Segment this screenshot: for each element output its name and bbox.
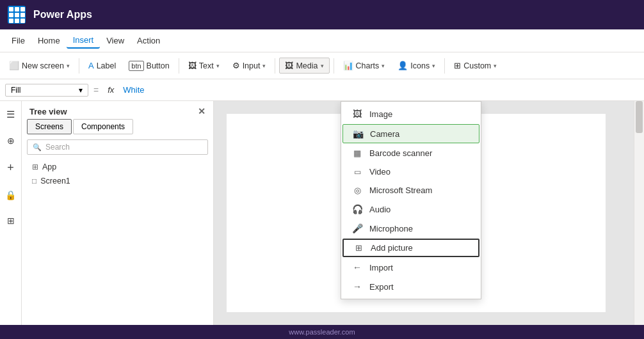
label-icon: A xyxy=(88,61,94,70)
formula-value[interactable]: White xyxy=(123,85,144,95)
charts-button[interactable]: 📊 Charts ▾ xyxy=(338,58,390,73)
waffle-icon[interactable] xyxy=(8,6,26,24)
menu-action[interactable]: Action xyxy=(131,33,166,48)
input-button[interactable]: ⚙ Input ▾ xyxy=(227,58,271,73)
toolbar-sep-3 xyxy=(275,58,275,74)
text-chevron: ▾ xyxy=(216,63,220,69)
formula-bar: Fill ▾ = fx White xyxy=(0,79,644,101)
lock-icon[interactable]: 🔒 xyxy=(3,187,19,203)
icons-button[interactable]: 👤 Icons ▾ xyxy=(392,58,440,73)
image-icon: 🖼 xyxy=(351,109,363,119)
tree-close-icon[interactable]: ✕ xyxy=(198,106,205,116)
menu-view[interactable]: View xyxy=(100,33,131,48)
export-icon: → xyxy=(351,281,363,292)
tree-header: Tree view ✕ xyxy=(22,101,213,119)
media-chevron: ▾ xyxy=(321,63,324,69)
tree-search-box[interactable]: 🔍 Search xyxy=(27,139,208,155)
tree-items: ⊞ App □ Screen1 xyxy=(22,157,213,191)
layers-icon[interactable]: ⊕ xyxy=(4,133,17,148)
menu-home[interactable]: Home xyxy=(31,33,67,48)
tree-item-screen1[interactable]: □ Screen1 xyxy=(22,174,213,188)
custom-button[interactable]: ⊞ Custom ▾ xyxy=(449,58,502,73)
media-dropdown: 🖼 Image 📷 Camera ▦ Barcode scanner ▭ Vid… xyxy=(341,101,481,299)
canvas-area: 🖼 Image 📷 Camera ▦ Barcode scanner ▭ Vid… xyxy=(214,101,644,325)
tab-screens[interactable]: Screens xyxy=(27,119,72,134)
toolbar-sep-1 xyxy=(79,58,79,74)
tree-item-app[interactable]: ⊞ App xyxy=(22,160,213,174)
dropdown-item-image[interactable]: 🖼 Image xyxy=(341,104,481,123)
dropdown-item-import[interactable]: ← Import xyxy=(341,258,481,277)
plus-icon[interactable]: + xyxy=(4,159,17,177)
tree-title: Tree view xyxy=(29,107,67,116)
microphone-icon: 🎤 xyxy=(351,223,363,233)
new-screen-icon: ⬜ xyxy=(9,61,19,70)
icons-icon: 👤 xyxy=(398,61,408,70)
media-button[interactable]: 🖼 Media ▾ xyxy=(279,58,329,74)
fill-dropdown[interactable]: Fill ▾ xyxy=(5,84,88,97)
custom-chevron: ▾ xyxy=(494,63,497,69)
dropdown-item-camera[interactable]: 📷 Camera xyxy=(342,124,479,143)
camera-icon: 📷 xyxy=(352,129,364,139)
search-placeholder: Search xyxy=(45,143,70,152)
import-icon: ← xyxy=(351,262,363,272)
charts-chevron: ▾ xyxy=(382,63,385,69)
main-area: ☰ ⊕ + 🔒 ⊞ Tree view ✕ Screens Components… xyxy=(0,101,644,325)
left-icon-strip: ☰ ⊕ + 🔒 ⊞ xyxy=(0,101,22,325)
dropdown-item-msstream[interactable]: ◎ Microsoft Stream xyxy=(341,181,481,200)
formula-equals: = xyxy=(93,85,99,95)
fx-button[interactable]: fx xyxy=(104,84,118,96)
icons-chevron: ▾ xyxy=(432,63,435,69)
label-button[interactable]: A Label xyxy=(83,58,121,73)
dropdown-item-barcode[interactable]: ▦ Barcode scanner xyxy=(341,144,481,162)
addpicture-icon: ⊞ xyxy=(353,243,364,253)
input-icon: ⚙ xyxy=(232,61,240,70)
toolbar-sep-4 xyxy=(334,58,334,74)
new-screen-chevron: ▾ xyxy=(67,63,70,69)
hamburger-icon[interactable]: ☰ xyxy=(4,106,17,123)
title-bar: Power Apps xyxy=(0,0,644,29)
app-title: Power Apps xyxy=(33,9,92,20)
dropdown-item-audio[interactable]: 🎧 Audio xyxy=(341,200,481,219)
button-button[interactable]: btn Button xyxy=(124,58,174,74)
grid-icon[interactable]: ⊞ xyxy=(4,213,17,228)
stream-icon: ◎ xyxy=(351,185,363,195)
menu-insert[interactable]: Insert xyxy=(67,33,101,49)
toolbar-sep-5 xyxy=(444,58,445,74)
charts-icon: 📊 xyxy=(343,61,353,70)
new-screen-button[interactable]: ⬜ New screen ▾ xyxy=(4,58,75,73)
dropdown-item-export[interactable]: → Export xyxy=(341,277,481,296)
tree-item-screen1-label: Screen1 xyxy=(40,177,70,185)
tree-tabs: Screens Components xyxy=(22,119,213,137)
video-icon: ▭ xyxy=(351,168,363,177)
screen-icon: □ xyxy=(32,177,36,185)
input-chevron: ▾ xyxy=(262,63,266,69)
custom-icon: ⊞ xyxy=(454,61,461,70)
scrollbar-thumb[interactable] xyxy=(636,101,643,133)
tree-item-app-label: App xyxy=(42,162,56,171)
audio-icon: 🎧 xyxy=(351,204,363,214)
media-icon: 🖼 xyxy=(285,61,293,70)
canvas-scrollbar[interactable] xyxy=(634,101,644,325)
toolbar: ⬜ New screen ▾ A Label btn Button 🖼 Text… xyxy=(0,52,644,79)
toolbar-sep-2 xyxy=(179,58,179,74)
text-icon: 🖼 xyxy=(188,61,197,70)
dropdown-item-microphone[interactable]: 🎤 Microphone xyxy=(341,219,481,238)
dropdown-item-video[interactable]: ▭ Video xyxy=(341,162,481,181)
dropdown-item-addpicture[interactable]: ⊞ Add picture xyxy=(342,239,479,257)
menu-bar: File Home Insert View Action xyxy=(0,29,644,52)
button-icon: btn xyxy=(129,61,143,71)
watermark: www.passleader.com xyxy=(0,325,644,339)
tree-panel: Tree view ✕ Screens Components 🔍 Search … xyxy=(22,101,214,325)
text-button[interactable]: 🖼 Text ▾ xyxy=(183,58,225,73)
tab-components[interactable]: Components xyxy=(73,119,133,134)
barcode-icon: ▦ xyxy=(351,148,363,158)
fill-chevron: ▾ xyxy=(79,86,83,95)
app-icon: ⊞ xyxy=(32,162,38,171)
menu-file[interactable]: File xyxy=(5,33,31,48)
search-icon: 🔍 xyxy=(33,143,42,152)
